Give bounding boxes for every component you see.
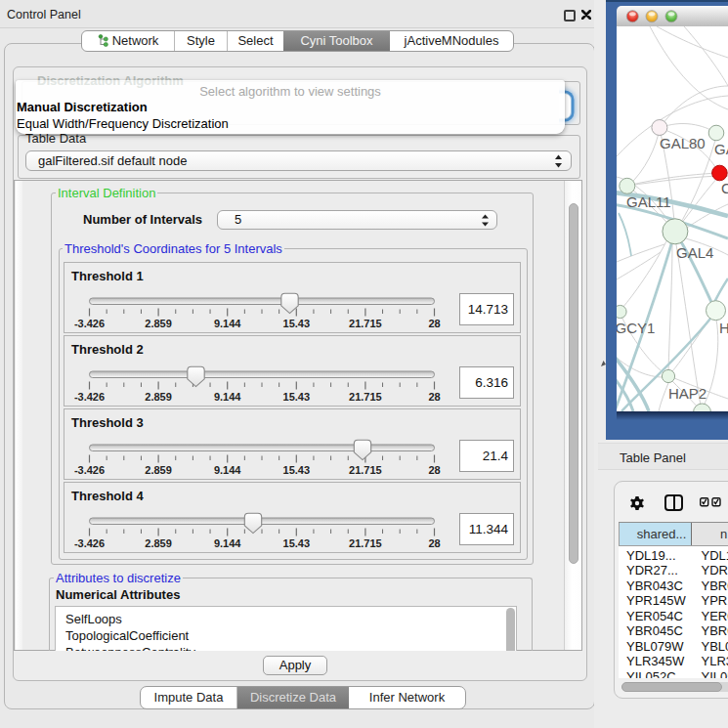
svg-text:GCY1: GCY1 xyxy=(617,320,655,336)
svg-text:9.144: 9.144 xyxy=(214,391,241,403)
svg-text:GA: GA xyxy=(714,141,728,157)
svg-text:28: 28 xyxy=(428,537,440,549)
svg-text:28: 28 xyxy=(428,391,440,403)
svg-text:-3.426: -3.426 xyxy=(74,391,105,403)
svg-text:15.43: 15.43 xyxy=(283,318,311,329)
svg-text:15.43: 15.43 xyxy=(283,464,311,476)
svg-text:2.859: 2.859 xyxy=(145,318,172,329)
svg-text:GAL4: GAL4 xyxy=(676,244,713,261)
svg-text:21.715: 21.715 xyxy=(349,464,382,476)
svg-text:9.144: 9.144 xyxy=(214,318,241,329)
svg-text:15.43: 15.43 xyxy=(283,537,311,549)
svg-text:-3.426: -3.426 xyxy=(74,537,105,549)
svg-text:15.43: 15.43 xyxy=(283,391,311,403)
svg-text:HAP2: HAP2 xyxy=(668,385,707,402)
svg-text:H: H xyxy=(719,320,728,336)
svg-text:2.859: 2.859 xyxy=(145,391,172,403)
svg-text:28: 28 xyxy=(428,318,440,329)
svg-text:21.715: 21.715 xyxy=(349,391,382,403)
svg-text:2.859: 2.859 xyxy=(145,464,172,476)
svg-text:C: C xyxy=(721,180,728,196)
svg-text:-3.426: -3.426 xyxy=(74,318,105,329)
svg-text:28: 28 xyxy=(428,464,440,476)
svg-text:GAL11: GAL11 xyxy=(626,193,671,210)
svg-text:2.859: 2.859 xyxy=(145,537,172,549)
svg-text:9.144: 9.144 xyxy=(214,537,241,549)
svg-text:-3.426: -3.426 xyxy=(74,464,105,476)
svg-text:GAL80: GAL80 xyxy=(660,135,706,151)
svg-text:9.144: 9.144 xyxy=(214,464,241,476)
svg-text:21.715: 21.715 xyxy=(349,318,382,329)
svg-text:21.715: 21.715 xyxy=(349,537,382,549)
